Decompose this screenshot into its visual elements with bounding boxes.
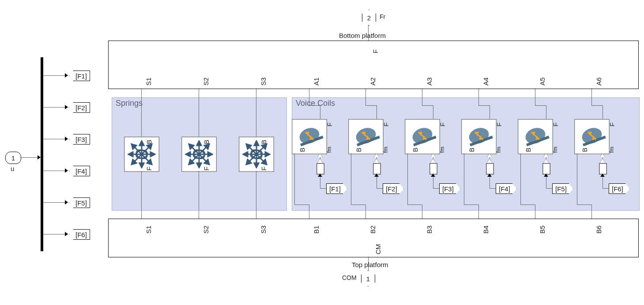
top-platform-port-b1: B1 xyxy=(313,226,320,234)
spring-block-3[interactable]: B F xyxy=(239,137,274,172)
port-triangle-icon xyxy=(487,153,492,157)
arrow-icon xyxy=(65,137,68,141)
arrow-icon xyxy=(65,168,68,173)
voice-coil-port-f-label: F xyxy=(608,123,616,126)
port-triangle-icon xyxy=(317,159,323,163)
top-platform-port-b3: B3 xyxy=(426,226,433,234)
from-tag-f4[interactable]: [F4] xyxy=(496,183,517,194)
bottom-platform-port-f: F xyxy=(372,49,379,53)
top-platform-port-s1: S1 xyxy=(145,226,152,234)
arrow-icon xyxy=(318,174,322,177)
top-platform-port-cm: CM xyxy=(374,244,382,254)
output-port-fr-number: 2 xyxy=(367,14,371,22)
goto-tag-f3[interactable]: [F3] xyxy=(69,134,90,145)
output-port-com-label: COM xyxy=(342,274,357,281)
output-port-fr-label: Fr xyxy=(380,13,385,20)
voice-coil-port-fm-label: fm xyxy=(608,147,615,153)
gain-block-1[interactable] xyxy=(316,163,324,175)
voice-coil-block-5[interactable]: B F fm xyxy=(518,119,553,154)
from-tag-f2[interactable]: [F2] xyxy=(383,183,404,194)
arrow-icon xyxy=(65,73,68,78)
input-port-u-label: u xyxy=(11,165,14,172)
voice-coil-icon xyxy=(295,123,324,151)
voice-coil-block-3[interactable]: B F fm xyxy=(405,119,440,154)
gain-block-3[interactable] xyxy=(429,163,437,175)
voice-coil-port-f-label: F xyxy=(382,123,390,126)
output-port-com-number: 1 xyxy=(366,275,370,283)
port-triangle-icon xyxy=(600,159,605,163)
arrow-icon xyxy=(431,174,435,177)
voice-coil-block-2[interactable]: B F fm xyxy=(348,119,384,154)
bottom-platform-port-a3: A3 xyxy=(426,78,433,86)
top-platform-port-b5: B5 xyxy=(539,226,546,234)
top-platform-title: Top platform xyxy=(352,261,388,268)
arrow-icon xyxy=(65,105,68,109)
voice-coil-port-fm-label: fm xyxy=(552,147,558,153)
bottom-platform-port-s3: S3 xyxy=(260,78,267,86)
voice-coil-port-f-label: F xyxy=(439,123,446,126)
spring-icon xyxy=(128,140,156,168)
voice-coil-icon xyxy=(408,123,437,151)
gain-block-5[interactable] xyxy=(542,163,550,175)
port-triangle-icon xyxy=(317,153,323,157)
voice-coil-block-4[interactable]: B F fm xyxy=(461,119,497,154)
goto-tag-f5[interactable]: [F5] xyxy=(69,197,90,208)
arrow-icon xyxy=(487,174,492,177)
voice-coil-icon xyxy=(521,123,550,151)
goto-tag-f1[interactable]: [F1] xyxy=(69,71,90,81)
spring-icon xyxy=(242,140,271,168)
gain-block-4[interactable] xyxy=(486,163,494,175)
voice-coil-icon xyxy=(352,123,380,151)
port-triangle-icon xyxy=(430,153,436,157)
bottom-platform-port-a4: A4 xyxy=(482,78,490,86)
voice-coil-icon xyxy=(465,123,493,151)
gain-block-2[interactable] xyxy=(373,163,381,175)
port-triangle-icon xyxy=(374,159,379,163)
demux-block[interactable] xyxy=(41,57,43,251)
port-triangle-icon xyxy=(487,159,492,163)
voice-coil-port-fm-label: fm xyxy=(326,147,332,153)
arrow-icon xyxy=(600,174,605,177)
port-triangle-icon xyxy=(374,153,379,157)
spring-port-f-label: F xyxy=(203,167,210,171)
from-tag-f6[interactable]: [F6] xyxy=(609,183,630,194)
voice-coil-block-6[interactable]: B F fm xyxy=(574,119,610,154)
arrow-icon xyxy=(374,174,379,177)
arrow-icon xyxy=(65,200,68,205)
spring-port-f-label: F xyxy=(260,167,267,171)
arrow-icon xyxy=(544,174,548,177)
port-triangle-icon xyxy=(430,159,436,163)
goto-tag-f2[interactable]: [F2] xyxy=(69,102,90,113)
goto-tag-f6[interactable]: [F6] xyxy=(69,229,90,240)
spring-block-2[interactable]: B F xyxy=(181,137,217,172)
from-tag-f1[interactable]: [F1] xyxy=(326,183,347,194)
arrow-icon xyxy=(65,232,68,236)
top-platform-port-b4: B4 xyxy=(482,226,490,234)
port-triangle-icon xyxy=(543,159,549,163)
bottom-platform-port-s1: S1 xyxy=(145,78,152,86)
input-port-u[interactable]: 1 xyxy=(5,152,21,164)
spring-port-f-label: F xyxy=(145,167,153,171)
output-port-fr-hex: 2 xyxy=(362,10,376,26)
output-port-com-hex: 1 xyxy=(361,271,375,286)
voice-coil-block-1[interactable]: B F fm xyxy=(292,119,327,154)
port-triangle-icon xyxy=(543,153,549,157)
voice-coil-port-f-label: F xyxy=(495,123,503,126)
voice-coil-icon xyxy=(578,123,606,151)
from-tag-f3[interactable]: [F3] xyxy=(439,183,460,194)
spring-block-1[interactable]: B F xyxy=(124,137,159,172)
voice-coil-port-fm-label: fm xyxy=(382,147,389,153)
top-platform-port-s3: S3 xyxy=(260,226,267,234)
bottom-platform-port-a1: A1 xyxy=(313,78,320,86)
bottom-platform-title: Bottom platform xyxy=(339,32,386,39)
bottom-platform-port-a5: A5 xyxy=(539,78,546,86)
gain-block-6[interactable] xyxy=(599,163,607,175)
from-tag-f5[interactable]: [F5] xyxy=(552,183,573,194)
bottom-platform-port-a6: A6 xyxy=(595,78,603,86)
voice-coil-port-f-label: F xyxy=(326,123,333,126)
top-platform-port-b6: B6 xyxy=(595,226,603,234)
voice-coils-group-title: Voice Coils xyxy=(296,99,335,108)
goto-tag-f4[interactable]: [F4] xyxy=(69,166,90,176)
top-platform-block[interactable]: CM xyxy=(108,219,639,257)
spring-icon xyxy=(185,140,213,168)
